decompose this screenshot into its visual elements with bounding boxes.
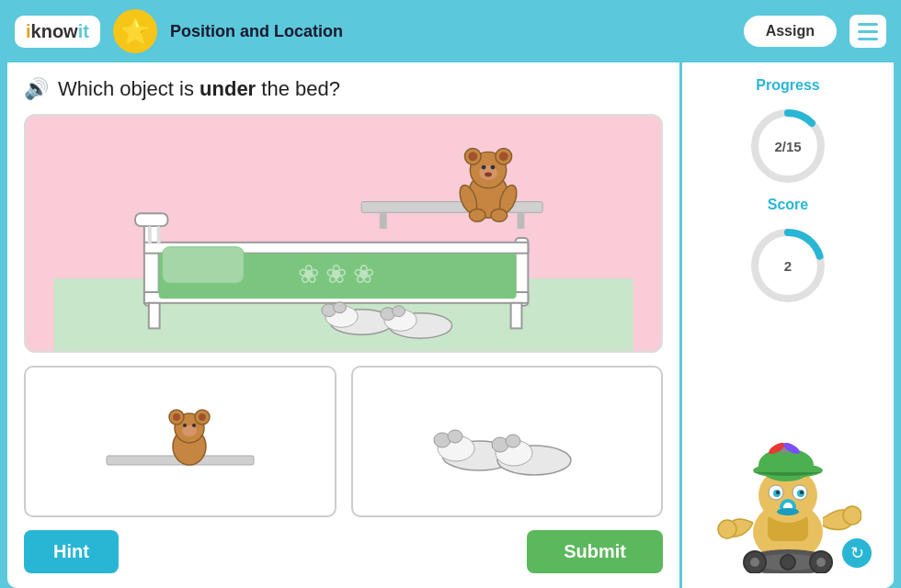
svg-rect-24 (149, 303, 160, 329)
svg-text:❀ ❀ ❀: ❀ ❀ ❀ (298, 260, 374, 288)
svg-rect-26 (148, 226, 152, 244)
svg-point-85 (718, 520, 736, 538)
progress-value: 2/15 (774, 139, 801, 154)
svg-point-80 (776, 491, 780, 494)
svg-point-48 (192, 424, 196, 427)
scene-svg: ❀ ❀ ❀ (26, 116, 661, 351)
svg-point-18 (491, 209, 508, 221)
bottom-row: Hint Submit (24, 530, 663, 573)
svg-point-13 (491, 165, 496, 170)
svg-point-47 (183, 424, 187, 427)
logo: iknowit (15, 16, 100, 48)
menu-button[interactable] (850, 15, 886, 48)
svg-rect-27 (157, 226, 161, 244)
question-row: 🔊 Which object is under the bed? (24, 77, 663, 101)
svg-point-34 (334, 302, 347, 313)
score-value: 2 (784, 258, 792, 274)
svg-rect-3 (380, 212, 387, 229)
svg-point-86 (843, 506, 861, 525)
right-panel: Progress 2/15 Score 2 (682, 62, 894, 588)
choice-shelf-bear[interactable] (24, 366, 336, 517)
svg-rect-2 (361, 202, 542, 213)
svg-point-52 (448, 430, 462, 443)
svg-point-67 (781, 555, 795, 570)
header: iknowit ⭐ Position and Location Assign (0, 0, 901, 62)
answer-choices (24, 366, 663, 517)
progress-circle: 2/15 (747, 105, 829, 187)
progress-label: Progress (756, 77, 819, 94)
hint-button[interactable]: Hint (24, 530, 119, 573)
main-content: 🔊 Which object is under the bed? (7, 62, 894, 588)
menu-line-3 (858, 38, 878, 40)
svg-rect-23 (135, 213, 167, 226)
svg-point-68 (750, 558, 759, 567)
svg-point-17 (469, 209, 485, 221)
question-bold: under (200, 77, 256, 100)
menu-line-1 (858, 23, 878, 26)
svg-point-69 (816, 558, 826, 567)
scene-image: ❀ ❀ ❀ (24, 114, 663, 353)
svg-rect-29 (163, 247, 245, 283)
next-arrow[interactable]: ↻ (842, 538, 872, 568)
svg-rect-4 (518, 212, 525, 229)
question-prefix: Which object is (58, 77, 200, 100)
speaker-icon[interactable]: 🔊 (24, 77, 49, 101)
svg-point-44 (173, 413, 180, 421)
svg-point-38 (393, 306, 405, 317)
svg-point-45 (199, 413, 206, 421)
assign-button[interactable]: Assign (744, 16, 837, 47)
score-circle: 2 (747, 224, 829, 307)
svg-point-10 (499, 152, 508, 161)
svg-point-84 (777, 508, 799, 515)
lesson-title: Position and Location (170, 22, 731, 41)
star-icon: ⭐ (113, 9, 157, 53)
svg-point-56 (506, 435, 520, 447)
choice-slippers[interactable] (351, 366, 664, 517)
question-text: Which object is under the bed? (58, 77, 340, 101)
svg-point-81 (800, 491, 804, 494)
left-panel: 🔊 Which object is under the bed? (7, 62, 682, 588)
svg-point-12 (482, 165, 486, 170)
svg-rect-25 (511, 303, 522, 329)
svg-point-9 (468, 152, 477, 161)
submit-button[interactable]: Submit (527, 530, 663, 573)
score-label: Score (768, 197, 808, 213)
menu-line-2 (858, 30, 878, 33)
question-suffix: the bed? (256, 77, 340, 100)
svg-point-14 (485, 173, 492, 177)
robot-mascot: ↻ (691, 323, 884, 573)
